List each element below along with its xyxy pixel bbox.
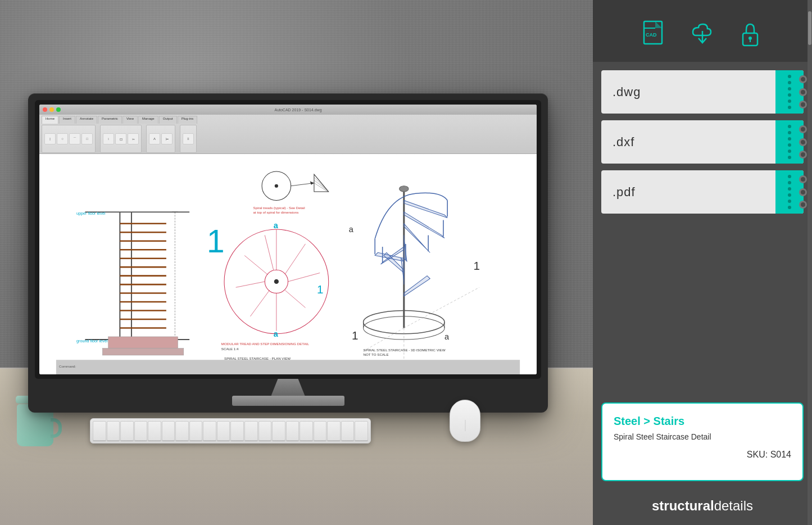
ribbon-tab-output: Output — [159, 116, 177, 124]
right-panel: CAD — [593, 0, 812, 525]
key — [175, 421, 189, 441]
lock-icon-button[interactable] — [733, 17, 767, 51]
svg-text:a: a — [274, 329, 279, 338]
svg-text:a: a — [274, 221, 279, 230]
key — [244, 421, 258, 441]
key — [230, 421, 244, 441]
brand-text: structuraldetails — [604, 498, 801, 514]
binding-dot — [788, 150, 791, 153]
ribbon-tools: | ○ ⌒ □ ↕ ⊡ ✂ — [42, 125, 534, 153]
download-icon-button[interactable] — [686, 17, 719, 51]
cad-drawing-svg: upper floor level ground floor level — [39, 154, 537, 374]
minimize-dot — [49, 107, 54, 112]
svg-text:SPIRAL STEEL STAIRCASE - 3D IS: SPIRAL STEEL STAIRCASE - 3D ISOMETRIC VI… — [364, 348, 446, 352]
key — [327, 421, 341, 441]
brand-light: details — [714, 498, 753, 513]
keyboard-keys — [90, 419, 370, 443]
product-sku: SKU: S014 — [614, 450, 791, 460]
binding-dot — [788, 93, 791, 97]
svg-text:SPIRAL STEEL STAIRCASE - PLAN : SPIRAL STEEL STAIRCASE - PLAN VIEW — [224, 356, 291, 360]
tool-rect: □ — [81, 133, 93, 144]
ribbon-tab-plugins: Plug-ins — [178, 116, 198, 124]
spiral-ring — [799, 151, 807, 159]
expand-dot — [56, 107, 61, 112]
svg-text:CAD: CAD — [646, 32, 657, 38]
key — [314, 421, 327, 441]
key — [93, 421, 106, 441]
monitor-bezel: AutoCAD 2019 - S014.dwg Home Insert Anno… — [35, 100, 541, 379]
key — [217, 421, 230, 441]
binding-dot — [788, 200, 791, 203]
svg-text:NOT TO SCALE: NOT TO SCALE — [364, 352, 389, 356]
scrollbar-thumb[interactable] — [808, 11, 811, 45]
svg-text:upper floor level: upper floor level — [76, 211, 106, 216]
spiral-ring — [799, 75, 807, 83]
download-icon — [686, 17, 719, 51]
svg-text:Spiral treads (typical) - See : Spiral treads (typical) - See Detail — [253, 206, 305, 210]
cad-icon-button[interactable]: CAD — [638, 17, 672, 51]
spiral-ring — [799, 175, 807, 183]
pdf-format-row[interactable]: .pdf — [601, 170, 804, 214]
ribbon-tab-view: View — [123, 116, 138, 124]
binding-dot — [788, 106, 791, 109]
key — [107, 421, 120, 441]
dwg-format-row[interactable]: .dwg — [601, 70, 804, 114]
spacer — [593, 222, 812, 397]
binding-dot — [788, 87, 791, 90]
binding-dot — [788, 193, 791, 197]
ribbon-tab-insert: Insert — [59, 116, 75, 124]
svg-point-95 — [749, 37, 752, 40]
icon-row: CAD — [593, 0, 812, 62]
tool-circle: ○ — [57, 133, 68, 144]
panel-scrollbar[interactable] — [808, 0, 812, 525]
titlebar-title: AutoCAD 2019 - S014.dwg — [63, 108, 533, 112]
svg-marker-90 — [655, 21, 662, 28]
ribbon-tab-home: Home — [42, 116, 58, 124]
binding-dot — [788, 75, 791, 78]
tool-copy: ⊡ — [115, 133, 126, 144]
key — [258, 421, 272, 441]
monitor-base — [232, 396, 344, 406]
download-svg-icon — [687, 19, 718, 49]
sku-value: S014 — [770, 450, 791, 459]
binding-dot — [788, 125, 791, 128]
cad-svg-icon: CAD — [639, 19, 670, 49]
lock-icon — [733, 17, 767, 51]
ring-group-dwg — [797, 70, 807, 114]
key — [341, 421, 355, 441]
mouse — [450, 400, 480, 442]
monitor-stand — [271, 379, 305, 396]
desktop-scene: AutoCAD 2019 - S014.dwg Home Insert Anno… — [0, 0, 593, 525]
pdf-label: .pdf — [601, 177, 775, 207]
ring-group-dxf — [797, 120, 807, 164]
tool-dim: ⊢ — [161, 133, 173, 144]
svg-text:MODULAR TREAD AND STEP DIMENSI: MODULAR TREAD AND STEP DIMENSIONING DETA… — [221, 342, 310, 346]
tool-text: A — [149, 133, 160, 144]
binding-dot — [788, 99, 791, 103]
svg-point-62 — [400, 186, 409, 192]
ring-group-pdf — [797, 170, 807, 214]
svg-text:at top of spiral for dimension: at top of spiral for dimensions — [253, 210, 299, 214]
svg-rect-23 — [108, 337, 178, 349]
dxf-format-row[interactable]: .dxf — [601, 120, 804, 164]
monitor: AutoCAD 2019 - S014.dwg Home Insert Anno… — [28, 93, 548, 413]
svg-text:a: a — [444, 332, 450, 341]
binding-dot — [788, 175, 791, 178]
key — [203, 421, 216, 441]
svg-point-40 — [274, 279, 279, 284]
svg-text:1: 1 — [207, 224, 225, 259]
dxf-label: .dxf — [601, 127, 775, 157]
svg-text:a: a — [349, 225, 354, 234]
brand-bold: structural — [652, 498, 714, 513]
close-dot — [43, 107, 47, 112]
binding-dot — [788, 137, 791, 141]
svg-text:Command:: Command: — [59, 364, 76, 368]
spiral-ring — [799, 188, 807, 196]
spiral-ring — [799, 101, 807, 108]
mouse-scroll-wheel — [465, 420, 465, 431]
spiral-ring — [799, 88, 807, 96]
monitor-screen: AutoCAD 2019 - S014.dwg Home Insert Anno… — [39, 105, 537, 374]
key — [134, 421, 148, 441]
svg-text:SCALE 1:4: SCALE 1:4 — [221, 347, 239, 351]
spiral-ring — [799, 125, 807, 133]
